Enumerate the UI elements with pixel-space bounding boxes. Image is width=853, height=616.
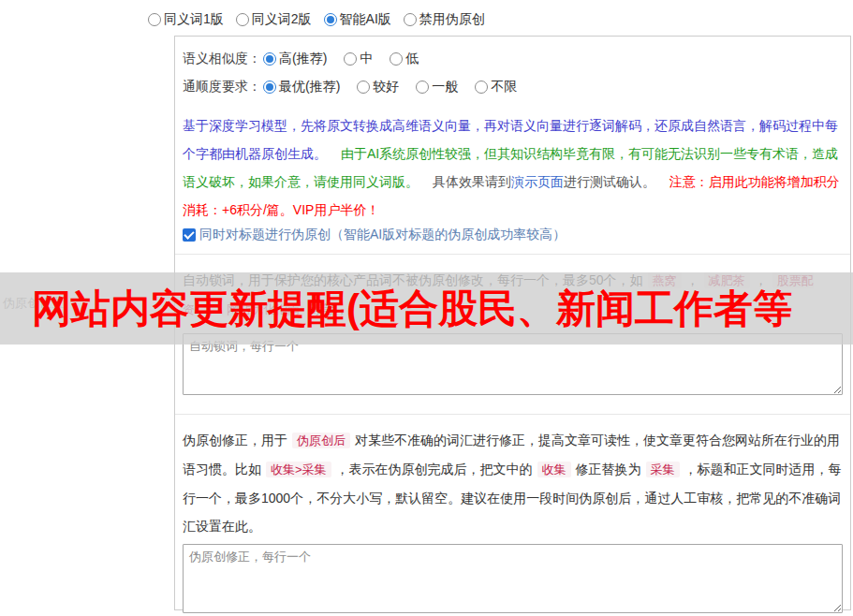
radio-option-synonym-v1[interactable]: 同义词1版 [148,11,224,28]
radio-option-smart-ai[interactable]: 智能AI版 [324,11,391,28]
marquee-banner-text: 网站内容更新提醒(适合股民、新闻工作者等 [0,272,792,345]
correction-to-chip: 采集 [646,462,680,477]
description-demo-hint-tail: 进行测试确认。 [564,174,655,189]
radio-option-synonym-v2[interactable]: 同义词2版 [236,11,312,28]
correction-textarea[interactable] [183,544,843,613]
correction-text: 修正替换为 [576,462,641,477]
radio-icon [404,13,417,26]
correction-text: ，表示在伪原创完成后，把文中的 [336,462,533,477]
radio-label: 同义词2版 [252,11,312,28]
radio-icon [148,13,161,26]
title-rewrite-option[interactable]: 同时对标题进行伪原创（智能AI版对标题的伪原创成功率较高） [183,226,843,244]
radio-label: 较好 [373,79,399,95]
marquee-banner: 网站内容更新提醒(适合股民、新闻工作者等 [0,272,853,345]
radio-icon [357,81,370,94]
radio-similarity-medium[interactable]: 中 [344,51,373,67]
similarity-radio-group: 语义相似度： 高(推荐) 中 低 [183,45,843,73]
radio-icon [236,13,249,26]
correction-paragraph: 伪原创修正，用于伪原创后对某些不准确的词汇进行修正，提高文章可读性，使文章更符合… [183,426,843,540]
similarity-label: 语义相似度： [183,51,261,67]
radio-similarity-low[interactable]: 低 [390,51,419,67]
radio-fluency-better[interactable]: 较好 [357,79,399,95]
radio-fluency-any[interactable]: 不限 [475,79,517,95]
radio-fluency-normal[interactable]: 一般 [416,79,458,95]
fluency-label: 通顺度要求： [183,79,261,95]
section-divider [175,254,850,255]
radio-label: 低 [405,51,419,67]
correction-intro: 伪原创修正，用于 [183,433,287,447]
radio-icon [416,81,429,94]
radio-label: 高(推荐) [279,51,327,67]
radio-fluency-best[interactable]: 最优(推荐) [263,79,340,95]
radio-label: 同义词1版 [164,11,224,28]
checkbox-checked-icon[interactable] [183,228,196,242]
fluency-radio-group: 通顺度要求： 最优(推荐) 较好 一般 不限 [183,73,843,101]
radio-label: 中 [360,51,373,67]
radio-option-disable[interactable]: 禁用伪原创 [404,11,485,28]
radio-icon [390,52,403,66]
radio-label: 不限 [491,79,517,95]
correction-rule-chip: 收集>采集 [266,462,331,477]
radio-label: 最优(推荐) [279,79,340,95]
radio-icon [344,52,357,66]
radio-similarity-high[interactable]: 高(推荐) [263,51,327,67]
demo-page-link[interactable]: 演示页面 [511,174,564,189]
version-radio-group: 同义词1版 同义词2版 智能AI版 禁用伪原创 [148,9,485,30]
correction-context-chip: 伪原创后 [292,433,350,448]
description-demo-hint: 具体效果请到 [433,174,511,189]
radio-label: 禁用伪原创 [419,11,485,28]
radio-selected-icon [324,13,337,26]
radio-label: 一般 [432,79,458,95]
radio-label: 智能AI版 [340,11,391,28]
correction-from-chip: 收集 [537,462,571,477]
section-divider [175,414,850,415]
title-rewrite-label: 同时对标题进行伪原创（智能AI版对标题的伪原创成功率较高） [199,227,566,243]
ai-description-paragraph: 基于深度学习模型，先将原文转换成高维语义向量，再对语义向量进行逐词解码，还原成自… [183,111,843,224]
radio-icon [475,81,488,94]
radio-selected-icon [263,81,276,94]
radio-selected-icon [263,52,276,66]
